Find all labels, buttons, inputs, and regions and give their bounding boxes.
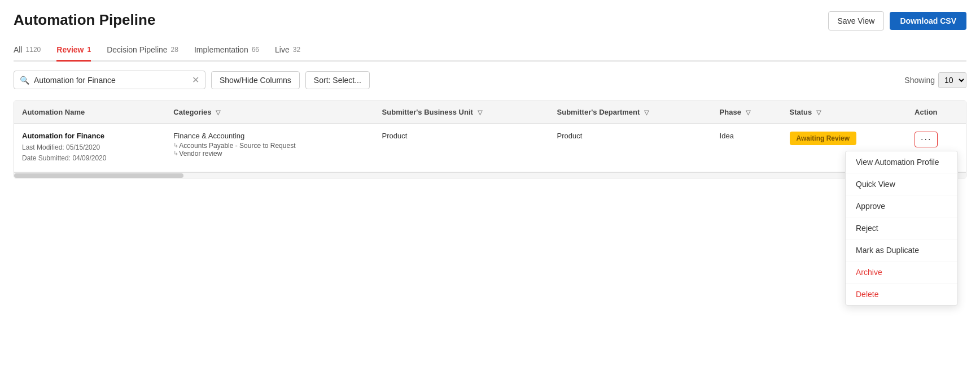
phase-filter-icon[interactable]: ▽: [746, 109, 750, 116]
dropdown-item-reject[interactable]: Reject: [846, 217, 957, 239]
show-hide-columns-button[interactable]: Show/Hide Columns: [211, 71, 300, 89]
col-business-unit: Submitter's Business Unit ▽: [374, 101, 549, 124]
horizontal-scrollbar[interactable]: [14, 172, 966, 178]
col-categories: Categories ▽: [165, 101, 374, 124]
action-menu-button[interactable]: ···: [915, 132, 938, 147]
tab-decision-pipeline-count: 28: [171, 46, 178, 54]
table-container: Automation Name Categories ▽ Submitter's…: [14, 101, 966, 178]
header: Automation Pipeline Save View Download C…: [14, 11, 966, 30]
table-row: Automation for Finance Last Modified: 05…: [14, 124, 966, 172]
tab-implementation[interactable]: Implementation 66: [194, 40, 259, 62]
dropdown-item-approve[interactable]: Approve: [846, 195, 957, 217]
search-box: 🔍 ✕: [14, 71, 205, 89]
automation-last-modified: Last Modified: 05/15/2020: [22, 142, 158, 153]
categories-filter-icon[interactable]: ▽: [216, 109, 220, 116]
tab-decision-pipeline[interactable]: Decision Pipeline 28: [107, 40, 178, 62]
download-csv-button[interactable]: Download CSV: [890, 12, 966, 30]
category-main: Finance & Accounting: [173, 132, 366, 140]
tab-review[interactable]: Review 1: [56, 40, 91, 62]
page-wrapper: Automation Pipeline Save View Download C…: [0, 0, 980, 384]
dropdown-item-archive[interactable]: Archive: [846, 261, 957, 283]
cell-automation-name: Automation for Finance Last Modified: 05…: [14, 124, 165, 172]
showing-label: Showing 10 25 50: [904, 72, 966, 88]
cell-department: Product: [549, 124, 712, 172]
tab-review-count: 1: [88, 46, 91, 54]
search-input[interactable]: [34, 76, 187, 85]
col-action: Action: [907, 101, 966, 124]
search-icon: 🔍: [20, 76, 29, 85]
cell-phase: Idea: [712, 124, 782, 172]
status-filter-icon[interactable]: ▽: [816, 109, 821, 116]
tab-all[interactable]: All 1120: [14, 40, 41, 62]
cell-categories: Finance & Accounting Accounts Payable - …: [165, 124, 374, 172]
tab-implementation-label: Implementation: [194, 45, 248, 54]
status-badge: Awaiting Review: [790, 132, 856, 145]
automation-name-main: Automation for Finance: [22, 132, 158, 140]
save-view-button[interactable]: Save View: [828, 11, 885, 30]
action-dropdown-menu: View Automation Profile Quick View Appro…: [845, 151, 958, 306]
cell-business-unit: Product: [374, 124, 549, 172]
clear-icon[interactable]: ✕: [192, 75, 199, 85]
action-cell: ··· View Automation Profile Quick View A…: [915, 132, 958, 147]
sort-button[interactable]: Sort: Select...: [305, 71, 370, 89]
col-status: Status ▽: [782, 101, 907, 124]
page-title: Automation Pipeline: [14, 11, 155, 29]
tab-implementation-count: 66: [252, 46, 259, 54]
header-buttons: Save View Download CSV: [828, 11, 966, 30]
ellipsis-icon: ···: [921, 135, 931, 144]
tab-live-count: 32: [293, 46, 300, 54]
automation-date-submitted: Date Submitted: 04/09/2020: [22, 153, 158, 164]
business-unit-filter-icon[interactable]: ▽: [478, 109, 482, 116]
category-sub-1: Accounts Payable - Source to Request: [173, 142, 366, 150]
tab-review-label: Review: [56, 45, 84, 54]
dropdown-item-quick-view[interactable]: Quick View: [846, 173, 957, 195]
col-phase: Phase ▽: [712, 101, 782, 124]
dropdown-item-mark-as-duplicate[interactable]: Mark as Duplicate: [846, 239, 957, 261]
tab-live-label: Live: [275, 45, 290, 54]
category-sub-2: Vendor review: [173, 150, 366, 158]
automation-table: Automation Name Categories ▽ Submitter's…: [14, 101, 966, 172]
department-filter-icon[interactable]: ▽: [644, 109, 649, 116]
col-department: Submitter's Department ▽: [549, 101, 712, 124]
tab-all-count: 1120: [26, 46, 41, 54]
showing-count-select[interactable]: 10 25 50: [938, 72, 966, 88]
showing-text: Showing: [904, 76, 935, 85]
col-automation-name: Automation Name: [14, 101, 165, 124]
tabs-bar: All 1120 Review 1 Decision Pipeline 28 I…: [14, 40, 966, 62]
dropdown-item-view-automation-profile[interactable]: View Automation Profile: [846, 151, 957, 173]
cell-action: ··· View Automation Profile Quick View A…: [907, 124, 966, 172]
toolbar: 🔍 ✕ Show/Hide Columns Sort: Select... Sh…: [14, 71, 966, 89]
scroll-thumb[interactable]: [14, 173, 183, 178]
table-header-row: Automation Name Categories ▽ Submitter's…: [14, 101, 966, 124]
dropdown-item-delete[interactable]: Delete: [846, 283, 957, 305]
tab-live[interactable]: Live 32: [275, 40, 300, 62]
tab-all-label: All: [14, 45, 23, 54]
tab-decision-pipeline-label: Decision Pipeline: [107, 45, 167, 54]
